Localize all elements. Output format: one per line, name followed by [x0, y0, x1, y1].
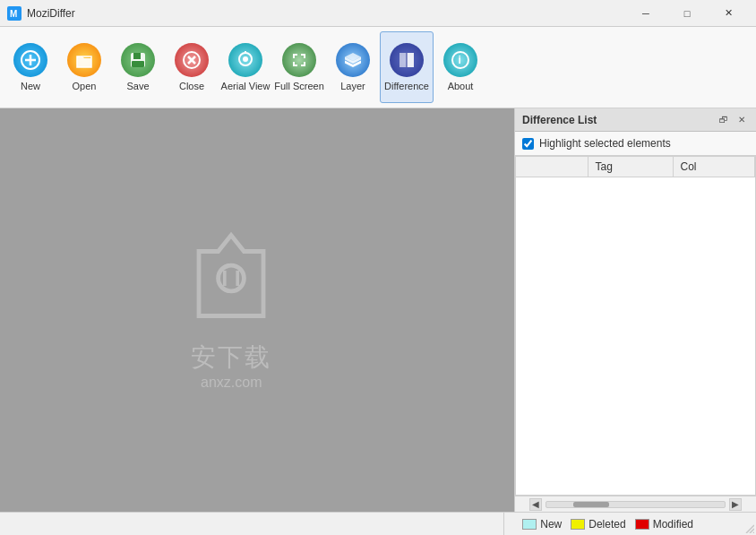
diff-panel-controls: 🗗 ✕ — [717, 113, 749, 127]
diff-panel-restore-button[interactable]: 🗗 — [717, 113, 731, 127]
svg-rect-7 — [132, 61, 144, 67]
svg-text:i: i — [459, 54, 461, 66]
close-label: Close — [179, 81, 204, 91]
watermark-sub: anxz.com — [177, 375, 285, 391]
save-label: Save — [126, 81, 149, 91]
diff-scrollbar: ◀ ▶ — [515, 496, 756, 512]
svg-rect-15 — [407, 53, 414, 67]
diff-table-container[interactable]: Tag Col — [515, 156, 756, 496]
modified-color-swatch — [635, 519, 649, 530]
about-label: About — [448, 81, 474, 91]
title-controls: ─ □ ✕ — [625, 0, 749, 27]
new-legend-label: New — [540, 518, 562, 531]
fullscreen-icon — [282, 43, 316, 77]
table-col-empty — [516, 157, 588, 177]
svg-point-12 — [243, 56, 248, 62]
new-icon — [13, 43, 47, 77]
aerial-icon — [228, 43, 262, 77]
window-close-button[interactable]: ✕ — [708, 0, 749, 27]
modified-legend-label: Modified — [653, 518, 693, 531]
highlight-label[interactable]: Highlight selected elements — [539, 137, 671, 150]
svg-line-22 — [753, 532, 754, 533]
open-label: Open — [73, 81, 97, 91]
about-icon: i — [443, 43, 477, 77]
toolbar-btn-aerial[interactable]: Aerial View — [219, 31, 272, 103]
scroll-right-arrow[interactable]: ▶ — [729, 498, 742, 511]
modified-legend-item: Modified — [635, 518, 693, 531]
highlight-checkbox[interactable] — [522, 138, 534, 150]
scroll-thumb — [573, 502, 609, 507]
difference-label: Difference — [384, 81, 429, 91]
svg-rect-6 — [133, 53, 141, 59]
maximize-button[interactable]: □ — [666, 0, 708, 27]
deleted-legend-label: Deleted — [588, 518, 625, 531]
watermark: 安下载 anxz.com — [177, 230, 285, 391]
deleted-legend-item: Deleted — [571, 518, 625, 531]
toolbar-btn-about[interactable]: iAbout — [434, 31, 487, 103]
status-legend: New Deleted Modified — [515, 518, 693, 531]
toolbar-btn-open[interactable]: Open — [57, 31, 111, 103]
canvas-area: 安下载 anxz.com — [0, 108, 514, 512]
scroll-left-arrow[interactable]: ◀ — [529, 498, 542, 511]
table-col-col: Col — [673, 157, 755, 177]
title-left: M MoziDiffer — [7, 6, 75, 21]
new-color-swatch — [522, 519, 537, 530]
watermark-text: 安下载 — [177, 341, 285, 375]
main-area: 安下载 anxz.com Difference List 🗗 ✕ Highlig… — [0, 108, 756, 512]
toolbar-btn-fullscreen[interactable]: Full Screen — [272, 31, 326, 103]
toolbar-btn-close[interactable]: Close — [165, 31, 219, 103]
title-bar: M MoziDiffer ─ □ ✕ — [0, 0, 756, 27]
title-text: MoziDiffer — [27, 7, 75, 20]
toolbar-btn-layer[interactable]: Layer — [326, 31, 380, 103]
app-icon: M — [7, 6, 21, 21]
new-label: New — [21, 81, 40, 91]
layer-icon — [336, 43, 370, 77]
svg-point-19 — [219, 265, 245, 291]
status-bar: New Deleted Modified — [0, 512, 756, 535]
status-left-section — [7, 513, 504, 535]
new-legend-item: New — [522, 518, 562, 531]
svg-text:M: M — [10, 9, 17, 19]
resize-handle-icon — [742, 521, 754, 533]
difference-icon — [390, 43, 424, 77]
diff-panel: Difference List 🗗 ✕ Highlight selected e… — [514, 108, 756, 512]
diff-panel-header: Difference List 🗗 ✕ — [515, 108, 756, 132]
toolbar: NewOpenSaveCloseAerial ViewFull ScreenLa… — [0, 27, 756, 108]
fullscreen-label: Full Screen — [274, 81, 324, 91]
toolbar-btn-new[interactable]: New — [4, 31, 57, 103]
toolbar-btn-difference[interactable]: Difference — [380, 31, 434, 103]
table-header-row: Tag Col — [516, 157, 755, 177]
open-icon — [67, 43, 101, 77]
deleted-color-swatch — [571, 519, 585, 530]
table-col-tag: Tag — [588, 157, 673, 177]
diff-panel-close-button[interactable]: ✕ — [735, 113, 749, 127]
svg-rect-14 — [399, 53, 407, 67]
diff-table: Tag Col — [516, 157, 755, 177]
scroll-track[interactable] — [546, 501, 726, 508]
minimize-button[interactable]: ─ — [625, 0, 666, 27]
highlight-checkbox-area: Highlight selected elements — [515, 132, 756, 156]
save-icon — [121, 43, 155, 77]
toolbar-btn-save[interactable]: Save — [111, 31, 165, 103]
layer-label: Layer — [340, 81, 365, 91]
aerial-label: Aerial View — [221, 81, 271, 91]
close-icon — [175, 43, 209, 77]
diff-panel-title: Difference List — [522, 114, 597, 126]
